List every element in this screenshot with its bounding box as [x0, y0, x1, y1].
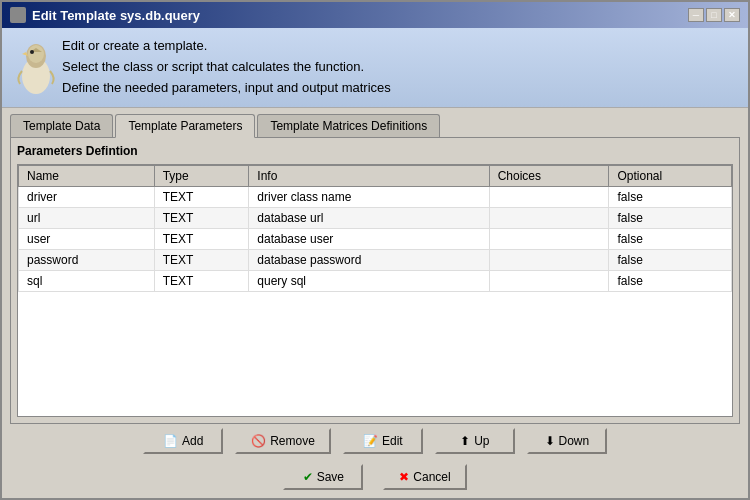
save-label: Save: [317, 470, 344, 484]
up-button[interactable]: ⬆ Up: [435, 428, 515, 454]
tab-template-data[interactable]: Template Data: [10, 114, 113, 138]
cell-choices: [489, 250, 609, 271]
cell-optional: false: [609, 229, 732, 250]
col-optional: Optional: [609, 166, 732, 187]
minimize-button[interactable]: ─: [688, 8, 704, 22]
down-button[interactable]: ⬇ Down: [527, 428, 607, 454]
col-name: Name: [19, 166, 155, 187]
col-choices: Choices: [489, 166, 609, 187]
cell-info: driver class name: [249, 187, 489, 208]
cell-optional: false: [609, 208, 732, 229]
cell-info: database user: [249, 229, 489, 250]
svg-point-4: [30, 50, 34, 54]
cell-choices: [489, 271, 609, 292]
table-body: driverTEXTdriver class namefalseurlTEXTd…: [19, 187, 732, 292]
action-buttons: 📄 Add 🚫 Remove 📝 Edit ⬆ Up ⬇ Down: [2, 424, 748, 458]
main-window: Edit Template sys.db.query ─ □ ✕ Edit or…: [0, 0, 750, 500]
info-text: Edit or create a template. Select the cl…: [62, 36, 736, 98]
cell-choices: [489, 187, 609, 208]
table-row[interactable]: urlTEXTdatabase urlfalse: [19, 208, 732, 229]
info-line3: Define the needed parameters, input and …: [62, 78, 736, 99]
save-button[interactable]: ✔ Save: [283, 464, 363, 490]
cell-type: TEXT: [154, 271, 249, 292]
cancel-label: Cancel: [413, 470, 450, 484]
cell-type: TEXT: [154, 187, 249, 208]
table-row[interactable]: sqlTEXTquery sqlfalse: [19, 271, 732, 292]
remove-icon: 🚫: [251, 434, 266, 448]
cancel-icon: ✖: [399, 470, 409, 484]
tab-template-parameters[interactable]: Template Parameters: [115, 114, 255, 138]
main-content: Parameters Defintion Name Type Info Choi…: [10, 137, 740, 424]
edit-button[interactable]: 📝 Edit: [343, 428, 423, 454]
cell-info: database password: [249, 250, 489, 271]
cell-type: TEXT: [154, 250, 249, 271]
table-header: Name Type Info Choices Optional: [19, 166, 732, 187]
tab-template-matrices[interactable]: Template Matrices Definitions: [257, 114, 440, 138]
section-title: Parameters Defintion: [17, 144, 733, 158]
edit-label: Edit: [382, 434, 403, 448]
add-button[interactable]: 📄 Add: [143, 428, 223, 454]
title-bar-buttons: ─ □ ✕: [688, 8, 740, 22]
cell-info: query sql: [249, 271, 489, 292]
svg-point-2: [28, 45, 44, 63]
cell-name: url: [19, 208, 155, 229]
cell-name: password: [19, 250, 155, 271]
window-title: Edit Template sys.db.query: [32, 8, 200, 23]
window-icon: [10, 7, 26, 23]
cell-info: database url: [249, 208, 489, 229]
cancel-button[interactable]: ✖ Cancel: [383, 464, 466, 490]
table-row[interactable]: userTEXTdatabase userfalse: [19, 229, 732, 250]
parameters-table-container: Name Type Info Choices Optional driverTE…: [17, 164, 733, 417]
up-icon: ⬆: [460, 434, 470, 448]
bird-icon: [12, 36, 60, 96]
add-label: Add: [182, 434, 203, 448]
cell-name: driver: [19, 187, 155, 208]
add-icon: 📄: [163, 434, 178, 448]
table-row[interactable]: driverTEXTdriver class namefalse: [19, 187, 732, 208]
footer-buttons: ✔ Save ✖ Cancel: [2, 458, 748, 498]
maximize-button[interactable]: □: [706, 8, 722, 22]
title-bar: Edit Template sys.db.query ─ □ ✕: [2, 2, 748, 28]
parameters-table: Name Type Info Choices Optional driverTE…: [18, 165, 732, 292]
tab-bar: Template Data Template Parameters Templa…: [10, 114, 740, 138]
cell-name: sql: [19, 271, 155, 292]
info-panel: Edit or create a template. Select the cl…: [2, 28, 748, 108]
cell-optional: false: [609, 271, 732, 292]
down-label: Down: [559, 434, 590, 448]
cell-name: user: [19, 229, 155, 250]
up-label: Up: [474, 434, 489, 448]
close-button[interactable]: ✕: [724, 8, 740, 22]
cell-type: TEXT: [154, 229, 249, 250]
remove-label: Remove: [270, 434, 315, 448]
info-line2: Select the class or script that calculat…: [62, 57, 736, 78]
save-icon: ✔: [303, 470, 313, 484]
cell-optional: false: [609, 187, 732, 208]
info-line1: Edit or create a template.: [62, 36, 736, 57]
col-type: Type: [154, 166, 249, 187]
cell-choices: [489, 208, 609, 229]
remove-button[interactable]: 🚫 Remove: [235, 428, 331, 454]
cell-type: TEXT: [154, 208, 249, 229]
down-icon: ⬇: [545, 434, 555, 448]
table-row[interactable]: passwordTEXTdatabase passwordfalse: [19, 250, 732, 271]
col-info: Info: [249, 166, 489, 187]
edit-icon: 📝: [363, 434, 378, 448]
cell-optional: false: [609, 250, 732, 271]
cell-choices: [489, 229, 609, 250]
